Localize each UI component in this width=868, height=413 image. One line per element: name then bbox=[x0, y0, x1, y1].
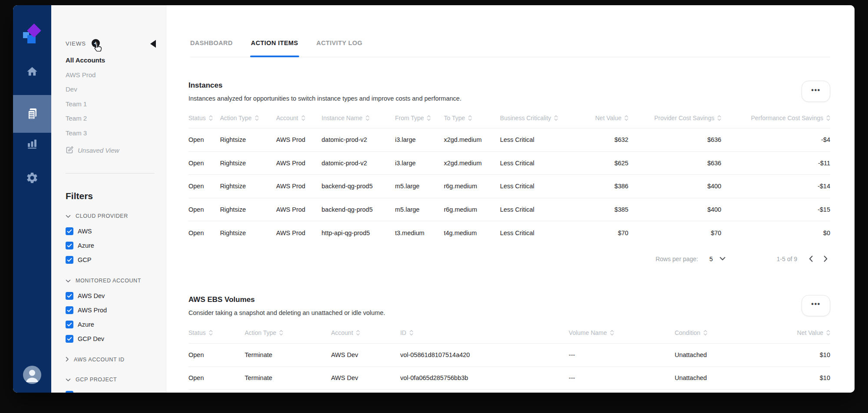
filter-checkbox-gcp-dev[interactable]: GCP Dev bbox=[66, 331, 157, 346]
table-row[interactable]: OpenTerminateAWS Devvol-05861d8107514a42… bbox=[188, 343, 830, 367]
chevron-down-icon[interactable] bbox=[719, 257, 726, 261]
filter-checkbox-aws-dev[interactable]: AWS Dev bbox=[66, 288, 157, 303]
view-item-dev[interactable]: Dev bbox=[66, 82, 157, 97]
add-view-button[interactable]: + bbox=[92, 39, 100, 47]
checkbox-icon[interactable] bbox=[66, 335, 73, 343]
checkbox-label: Azure bbox=[78, 242, 94, 249]
filter-checkbox-aws[interactable]: AWS bbox=[66, 224, 157, 238]
cell-action-type: Rightsize bbox=[220, 136, 276, 143]
views-list: All AccountsAWS ProdDevTeam 1Team 2Team … bbox=[66, 53, 157, 140]
filter-group-header-cloud-provider[interactable]: CLOUD PROVIDER bbox=[66, 212, 157, 220]
checkbox-label: GCP bbox=[78, 256, 91, 263]
table-row[interactable]: OpenRightsizeAWS Proddatomic-prod-v2i3.l… bbox=[188, 128, 830, 151]
sort-icon bbox=[624, 115, 628, 121]
app-window: VIEWS + All AccountsAWS ProdDevTeam 1Tea… bbox=[13, 5, 855, 393]
column-header-provider-cost-savings[interactable]: Provider Cost Savings bbox=[628, 115, 721, 121]
column-header-instance-name[interactable]: Instance Name bbox=[322, 115, 395, 121]
column-header-from-type[interactable]: From Type bbox=[395, 115, 444, 121]
column-header-to-type[interactable]: To Type bbox=[444, 115, 500, 121]
filter-group-header-gcp-project[interactable]: GCP PROJECT bbox=[66, 375, 157, 384]
filter-items: AWSAzureGCP bbox=[66, 224, 157, 267]
gear-icon[interactable] bbox=[13, 171, 51, 184]
cell-net-value: $625 bbox=[579, 160, 628, 167]
checkbox-icon[interactable] bbox=[66, 242, 73, 249]
rows-per-page-value[interactable]: 5 bbox=[710, 256, 713, 262]
column-header-account[interactable]: Account bbox=[276, 115, 322, 121]
filter-group-header-monitored-account[interactable]: MONITORED ACCOUNT bbox=[66, 276, 157, 285]
column-header-action-type[interactable]: Action Type bbox=[244, 329, 331, 336]
action-items-nav-selected[interactable] bbox=[13, 95, 51, 133]
tab-action-items[interactable]: ACTION ITEMS bbox=[251, 39, 298, 47]
cell-instance-name: datomic-prod-v2 bbox=[322, 160, 395, 167]
filter-group-header-aws-account-id[interactable]: AWS ACCOUNT ID bbox=[66, 355, 157, 364]
view-item-team-3[interactable]: Team 3 bbox=[66, 126, 157, 141]
view-item-team-2[interactable]: Team 2 bbox=[66, 111, 157, 126]
filter-items: AWS DevAWS ProdAzureGCP Dev bbox=[66, 288, 157, 346]
column-header-action-type[interactable]: Action Type bbox=[220, 115, 276, 121]
checkbox-icon[interactable] bbox=[66, 256, 73, 264]
table-header-row: StatusAction TypeAccountInstance NameFro… bbox=[188, 108, 830, 128]
chevron-left-icon[interactable] bbox=[806, 254, 815, 264]
rows-per-page-label: Rows per page: bbox=[656, 256, 698, 262]
checkbox-icon[interactable] bbox=[66, 321, 73, 328]
cell-from-type: i3.large bbox=[395, 160, 444, 167]
checkbox-icon[interactable] bbox=[66, 227, 73, 235]
column-header-label: Performance Cost Savings bbox=[751, 115, 823, 121]
checkbox-icon[interactable] bbox=[66, 292, 73, 300]
table-row[interactable]: OpenRightsizeAWS Prodhttp-api-qg-prod5t3… bbox=[188, 221, 830, 244]
cell-provider-cost-savings: $70 bbox=[628, 229, 721, 236]
filter-checkbox-gcp[interactable]: GCP bbox=[66, 252, 157, 267]
table-row[interactable]: OpenRightsizeAWS Proddatomic-prod-v2i3.l… bbox=[188, 151, 830, 175]
table-row[interactable]: OpenRightsizeAWS Prodbackend-qg-prod5m5.… bbox=[188, 198, 830, 221]
collapse-left-icon[interactable] bbox=[150, 40, 156, 48]
column-header-performance-cost-savings[interactable]: Performance Cost Savings bbox=[721, 115, 830, 121]
filter-groups: CLOUD PROVIDERAWSAzureGCPMONITORED ACCOU… bbox=[66, 212, 157, 393]
tab-dashboard[interactable]: DASHBOARD bbox=[190, 39, 233, 47]
column-header-volume-name[interactable]: Volume Name bbox=[569, 329, 675, 336]
cell-net-value: $386 bbox=[579, 183, 628, 190]
app-logo-icon[interactable] bbox=[22, 24, 42, 44]
column-header-id[interactable]: ID bbox=[400, 329, 569, 336]
filter-checkbox-azure[interactable]: Azure bbox=[66, 317, 157, 331]
filters-title: Filters bbox=[66, 190, 157, 202]
column-header-status[interactable]: Status bbox=[188, 115, 220, 121]
tab-activity-log[interactable]: ACTIVITY LOG bbox=[317, 39, 363, 47]
checkbox-icon[interactable] bbox=[66, 306, 73, 314]
checkbox-icon[interactable] bbox=[66, 391, 73, 393]
column-header-account[interactable]: Account bbox=[331, 329, 400, 336]
column-header-business-criticality[interactable]: Business Criticality bbox=[500, 115, 579, 121]
column-header-net-value[interactable]: Net Value bbox=[579, 115, 628, 121]
column-header-label: Action Type bbox=[220, 115, 252, 121]
view-item-all-accounts[interactable]: All Accounts bbox=[66, 53, 157, 68]
bar-chart-icon[interactable] bbox=[13, 137, 51, 150]
chevron-right-icon[interactable] bbox=[821, 254, 830, 264]
sort-icon bbox=[209, 330, 213, 336]
column-header-label: Account bbox=[331, 329, 353, 336]
table-row[interactable]: OpenRightsizeAWS Prodbackend-qg-prod5m5.… bbox=[188, 174, 830, 198]
view-item-aws-prod[interactable]: AWS Prod bbox=[66, 68, 157, 82]
cell-from-type: m5.large bbox=[395, 183, 444, 190]
unsaved-view-label: Unsaved View bbox=[78, 147, 119, 154]
sort-icon bbox=[366, 115, 370, 121]
checkbox-label: GCP Dev bbox=[78, 335, 104, 342]
avatar-icon[interactable] bbox=[23, 366, 41, 384]
filter-checkbox-clipped[interactable] bbox=[66, 387, 157, 393]
cell-performance-cost-savings: -$11 bbox=[721, 160, 830, 167]
ellipsis-icon[interactable]: ••• bbox=[802, 81, 830, 102]
filter-checkbox-azure[interactable]: Azure bbox=[66, 238, 157, 252]
filter-checkbox-aws-prod[interactable]: AWS Prod bbox=[66, 303, 157, 317]
unsaved-view[interactable]: Unsaved View bbox=[66, 143, 157, 157]
column-header-condition[interactable]: Condition bbox=[675, 329, 763, 336]
sort-icon bbox=[279, 330, 283, 336]
cell-condition: Unattached bbox=[675, 374, 763, 381]
column-header-net-value[interactable]: Net Value bbox=[763, 329, 830, 336]
home-icon[interactable] bbox=[13, 65, 51, 78]
cell-account: AWS Dev bbox=[331, 351, 400, 358]
sort-icon bbox=[427, 115, 431, 121]
cell-net-value: $632 bbox=[579, 136, 628, 143]
table-row[interactable]: OpenTerminateAWS Devvol-0fa065d285756bb3… bbox=[188, 367, 830, 390]
ellipsis-icon[interactable]: ••• bbox=[802, 295, 830, 316]
sort-icon bbox=[717, 115, 721, 121]
column-header-status[interactable]: Status bbox=[188, 329, 244, 336]
view-item-team-1[interactable]: Team 1 bbox=[66, 97, 157, 111]
